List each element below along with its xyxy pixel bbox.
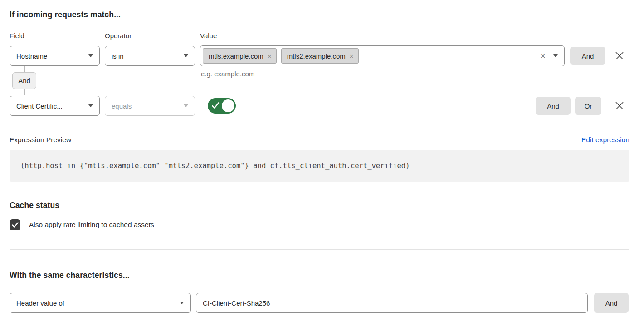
value-tag: mtls.example.com ×	[203, 48, 277, 64]
chevron-down-icon	[184, 54, 188, 57]
section-divider	[10, 249, 629, 250]
match-rule-row-1: Hostname is in mtls.example.com × mtls2.…	[10, 45, 624, 66]
tag-remove-icon[interactable]: ×	[268, 53, 272, 59]
field-select-value: Client Certific...	[16, 102, 84, 110]
characteristics-title: With the same characteristics...	[10, 271, 629, 280]
header-name-input[interactable]	[196, 293, 588, 313]
toggle-knob	[222, 99, 234, 112]
edit-expression-link[interactable]: Edit expression	[581, 136, 629, 144]
add-or-condition-button[interactable]: Or	[575, 97, 601, 115]
value-helper-text: e.g. example.com	[201, 70, 254, 78]
check-icon	[12, 222, 19, 228]
cached-assets-checkbox[interactable]	[10, 219, 20, 230]
value-tag-label: mtls.example.com	[209, 52, 263, 60]
expression-header: Expression Preview Edit expression	[10, 136, 629, 144]
column-labels: Field Operator Value	[10, 32, 629, 40]
operator-select-equals-disabled: equals	[105, 96, 195, 116]
remove-row-icon[interactable]	[615, 101, 624, 111]
clear-all-icon[interactable]: ×	[540, 51, 546, 60]
value-tag: mtls2.example.com ×	[281, 48, 359, 64]
add-and-condition-button[interactable]: And	[536, 97, 571, 115]
expression-code: (http.host in {"mtls.example.com" "mtls2…	[20, 162, 410, 170]
and-connector: And	[12, 66, 39, 95]
operator-select-is-in[interactable]: is in	[105, 46, 195, 66]
connector-and-chip[interactable]: And	[12, 72, 36, 89]
chevron-down-icon[interactable]	[553, 54, 558, 57]
characteristic-select-value: Header value of	[16, 299, 175, 307]
field-select-hostname[interactable]: Hostname	[10, 46, 100, 66]
cert-verified-toggle[interactable]	[208, 98, 236, 114]
row-gap-band: e.g. example.com And	[0, 66, 644, 95]
value-column-label: Value	[200, 32, 295, 40]
chevron-down-icon	[184, 104, 188, 107]
field-column-label: Field	[10, 32, 105, 40]
field-select-client-certificate[interactable]: Client Certific...	[10, 96, 100, 116]
cache-status-title: Cache status	[10, 201, 629, 210]
characteristic-select-header-value-of[interactable]: Header value of	[10, 293, 191, 313]
value-multiselect[interactable]: mtls.example.com × mtls2.example.com × ×	[200, 45, 565, 66]
operator-select-value: equals	[112, 102, 179, 110]
operator-select-value: is in	[112, 52, 179, 60]
value-controls: ×	[540, 51, 558, 60]
characteristics-row: Header value of And	[10, 293, 644, 313]
tag-remove-icon[interactable]: ×	[350, 53, 354, 59]
match-section-title: If incoming requests match...	[10, 10, 629, 20]
match-rule-row-2: Client Certific... equals And Or	[10, 95, 624, 116]
expression-code-block: (http.host in {"mtls.example.com" "mtls2…	[10, 150, 629, 182]
remove-row-icon[interactable]	[615, 51, 624, 61]
add-and-condition-button[interactable]: And	[570, 47, 605, 65]
check-icon	[212, 102, 220, 109]
chevron-down-icon	[180, 302, 184, 304]
chevron-down-icon	[88, 54, 93, 57]
rate-limiting-rule-editor: If incoming requests match... Field Oper…	[0, 10, 644, 327]
cache-checkbox-row: Also apply rate limiting to cached asset…	[10, 219, 629, 230]
value-tag-label: mtls2.example.com	[287, 52, 346, 60]
chevron-down-icon	[88, 104, 93, 107]
cached-assets-checkbox-label: Also apply rate limiting to cached asset…	[29, 221, 154, 229]
expression-preview-label: Expression Preview	[10, 136, 71, 144]
add-characteristic-button[interactable]: And	[594, 293, 629, 313]
operator-column-label: Operator	[105, 32, 200, 40]
field-select-value: Hostname	[16, 52, 84, 60]
